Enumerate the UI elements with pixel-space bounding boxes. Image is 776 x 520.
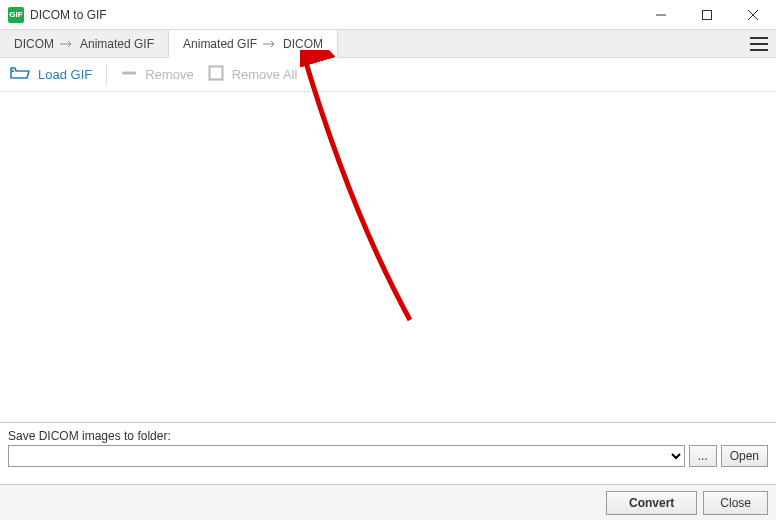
tab-label-to: Animated GIF [80,37,154,51]
remove-button[interactable]: Remove [121,65,193,84]
minus-icon [121,65,137,84]
save-panel: Save DICOM images to folder: ... Open [0,422,776,484]
tab-label-from: Animated GIF [183,37,257,51]
arrow-icon [263,37,277,51]
remove-all-label: Remove All [232,67,298,82]
tab-label-to: DICOM [283,37,323,51]
minimize-icon [656,10,666,20]
svg-rect-1 [122,72,136,75]
menu-button[interactable] [742,30,776,57]
toolbar-divider [106,64,107,86]
browse-label: ... [698,449,708,463]
maximize-button[interactable] [684,0,730,30]
save-label: Save DICOM images to folder: [8,429,768,443]
square-icon [208,65,224,84]
browse-button[interactable]: ... [689,445,717,467]
convert-label: Convert [629,496,674,510]
hamburger-icon [750,37,768,51]
open-folder-button[interactable]: Open [721,445,768,467]
save-path-combo[interactable] [8,445,685,467]
toolbar: Load GIF Remove Remove All [0,58,776,92]
convert-button[interactable]: Convert [606,491,697,515]
content-area [0,92,776,422]
minimize-button[interactable] [638,0,684,30]
close-app-button[interactable]: Close [703,491,768,515]
open-label: Open [730,449,759,463]
svg-rect-0 [703,10,712,19]
close-label: Close [720,496,751,510]
close-button[interactable] [730,0,776,30]
tab-dicom-to-gif[interactable]: DICOM Animated GIF [0,30,169,57]
window-title: DICOM to GIF [30,8,107,22]
close-icon [748,10,758,20]
tabs-row: DICOM Animated GIF Animated GIF DICOM [0,30,776,58]
remove-all-button[interactable]: Remove All [208,65,298,84]
title-bar: GIF DICOM to GIF [0,0,776,30]
open-folder-icon [10,65,30,84]
load-gif-label: Load GIF [38,67,92,82]
remove-label: Remove [145,67,193,82]
load-gif-button[interactable]: Load GIF [10,65,92,84]
tab-gif-to-dicom[interactable]: Animated GIF DICOM [169,30,338,58]
app-icon-text: GIF [9,11,22,19]
tab-label-from: DICOM [14,37,54,51]
arrow-icon [60,37,74,51]
app-icon: GIF [8,7,24,23]
svg-rect-2 [209,67,222,80]
maximize-icon [702,10,712,20]
action-bar: Convert Close [0,484,776,520]
